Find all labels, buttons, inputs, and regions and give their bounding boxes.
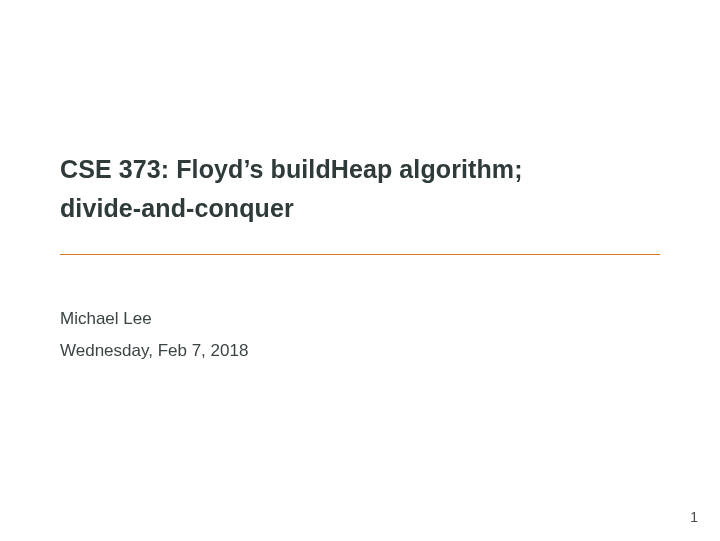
title-line-1: CSE 373: Floyd’s buildHeap algorithm; — [60, 150, 660, 189]
divider-rule — [60, 254, 660, 255]
slide-title: CSE 373: Floyd’s buildHeap algorithm; di… — [60, 150, 660, 228]
page-number: 1 — [690, 509, 698, 525]
date: Wednesday, Feb 7, 2018 — [60, 341, 660, 361]
author: Michael Lee — [60, 309, 660, 329]
slide: CSE 373: Floyd’s buildHeap algorithm; di… — [0, 0, 720, 541]
title-line-2: divide-and-conquer — [60, 189, 660, 228]
